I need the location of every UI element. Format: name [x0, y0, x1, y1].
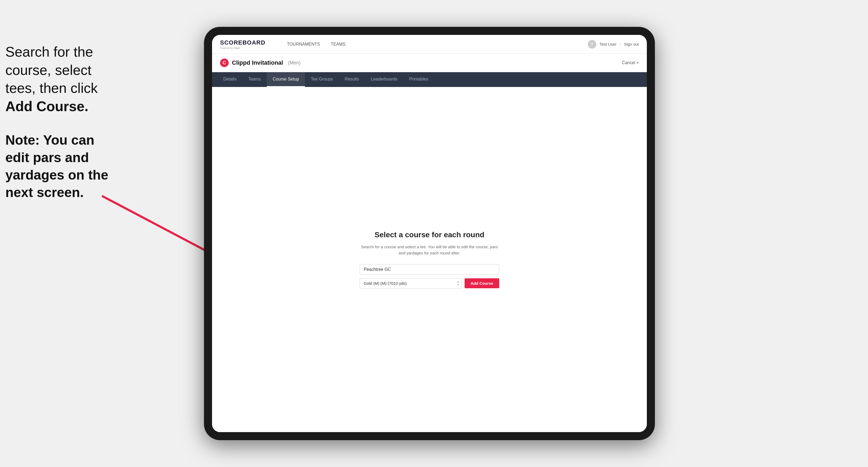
tee-select-row: Gold (M) (M) (7010 yds) Blue (M) (M) (68… [360, 278, 499, 288]
tee-select[interactable]: Gold (M) (M) (7010 yds) Blue (M) (M) (68… [360, 278, 462, 288]
cancel-icon: × [637, 60, 639, 65]
tab-teams[interactable]: Teams [242, 72, 267, 87]
course-search-input[interactable] [360, 264, 499, 275]
annotation-bold: Add Course. [5, 98, 88, 114]
annotation-note2: edit pars and [5, 150, 89, 165]
annotation-note3: yardages on the [5, 167, 108, 183]
tab-printables[interactable]: Printables [403, 72, 434, 87]
main-content: Select a course for each round Search fo… [212, 87, 647, 432]
tablet-screen: SCOREBOARD Powered by clippd TOURNAMENTS… [212, 35, 647, 432]
course-select-panel: Select a course for each round Search fo… [360, 230, 499, 288]
tab-results[interactable]: Results [339, 72, 365, 87]
user-label: Test User [599, 42, 617, 46]
tournament-header: C Clippd Invitational (Men) Cancel × [212, 54, 647, 72]
tab-details[interactable]: Details [217, 72, 242, 87]
panel-title: Select a course for each round [360, 230, 499, 239]
tournament-name: Clippd Invitational [232, 59, 283, 66]
tab-leaderboards[interactable]: Leaderboards [365, 72, 403, 87]
annotation-line3: tees, then click [5, 80, 98, 96]
tablet-device: SCOREBOARD Powered by clippd TOURNAMENTS… [204, 27, 655, 440]
tournament-gender: (Men) [288, 60, 301, 66]
tee-select-wrapper: Gold (M) (M) (7010 yds) Blue (M) (M) (68… [360, 278, 462, 288]
tab-course-setup[interactable]: Course Setup [267, 72, 305, 87]
tab-tee-groups[interactable]: Tee Groups [305, 72, 339, 87]
sign-out-link[interactable]: Sign out [624, 42, 639, 46]
logo-text: SCOREBOARD [220, 39, 266, 46]
cancel-button[interactable]: Cancel × [622, 60, 639, 65]
pipe-separator: | [620, 42, 621, 46]
panel-description: Search for a course and select a tee. Yo… [360, 244, 499, 256]
top-nav: TOURNAMENTS TEAMS [287, 41, 345, 48]
cancel-label: Cancel [622, 60, 635, 65]
logo-subtitle: Powered by clippd [220, 47, 266, 50]
tournament-title-area: C Clippd Invitational (Men) [220, 59, 301, 67]
clippd-icon: C [220, 59, 229, 67]
top-navbar: SCOREBOARD Powered by clippd TOURNAMENTS… [212, 35, 647, 54]
annotation-note1: Note: You can [5, 132, 94, 148]
annotation-line2: course, select [5, 62, 92, 78]
user-avatar: T [588, 40, 596, 49]
annotation-line1: Search for the [5, 44, 93, 60]
top-right: T Test User | Sign out [588, 40, 639, 49]
tab-bar: Details Teams Course Setup Tee Groups Re… [212, 72, 647, 87]
logo-area: SCOREBOARD Powered by clippd [220, 39, 266, 50]
annotation-block: Search for the course, select tees, then… [5, 43, 161, 201]
nav-teams[interactable]: TEAMS [331, 41, 345, 48]
annotation-note4: next screen. [5, 185, 84, 200]
nav-tournaments[interactable]: TOURNAMENTS [287, 41, 320, 48]
add-course-button[interactable]: Add Course [465, 278, 499, 288]
